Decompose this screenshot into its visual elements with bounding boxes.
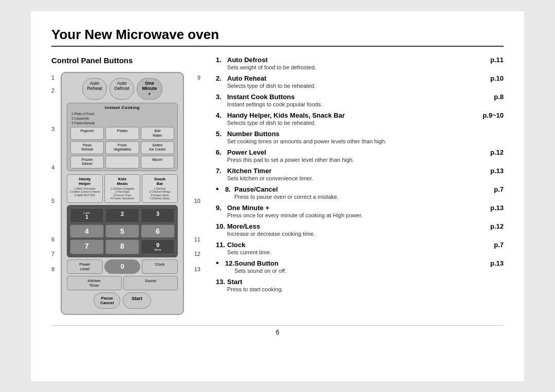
item-8-title: Pause/Cancel (234, 185, 278, 193)
item-8-page: p.7 (494, 185, 504, 193)
label-13: 13 (194, 266, 200, 272)
label-12: 12 (194, 251, 200, 257)
bullet-8: • (216, 184, 224, 194)
item-5-title: Number Buttons (227, 130, 280, 138)
num-3-button[interactable]: 3 (141, 208, 175, 223)
num-pad-grid: Less1 2 3 4 5 6 7 8 9More (70, 208, 175, 254)
power-level-button[interactable]: PowerLevel (67, 259, 103, 274)
num-8-button[interactable]: 8 (105, 239, 139, 254)
item-7-page: p.13 (490, 167, 504, 175)
instant-cook-grid: Popcorn Potato BoilWater PizzaReheat Fre… (70, 127, 174, 168)
ic-soften-ice-cream[interactable]: SoftenIce Cream (141, 141, 174, 154)
label-9: 9 (197, 74, 200, 81)
num-6-button[interactable]: 6 (141, 225, 175, 238)
left-column: Control Panel Buttons 1 2 3 4 5 6 7 8 9 (51, 56, 200, 315)
panel-wrapper: 1 2 3 4 5 6 7 8 9 10 11 12 13 (51, 72, 200, 315)
item-6-title: Power Level (227, 148, 266, 156)
one-minute-button[interactable]: One Minute + (137, 78, 162, 100)
item-6-page: p.12 (490, 148, 504, 156)
item-13-desc: Press to start cooking. (227, 286, 504, 292)
sound-button[interactable]: Sound (123, 276, 178, 290)
clock-button[interactable]: Clock (142, 259, 178, 274)
start-button[interactable]: Start (123, 292, 151, 309)
num-5-button[interactable]: 5 (105, 225, 139, 238)
microwave-panel: Auto Reheat Auto Defrost One Minute + In… (61, 72, 184, 315)
page-footer: 6 (51, 325, 504, 336)
item-11: 11. Clock p.7 Sets current time. (216, 241, 504, 255)
bullet-12: • (216, 258, 224, 268)
item-4-title: Handy Helper, Kids Meals, Snack Bar (227, 111, 345, 119)
item-2-title: Auto Reheat (227, 74, 267, 82)
ic-fresh-veg[interactable]: FreshVegetables (105, 141, 139, 154)
ic-potato[interactable]: Potato (105, 127, 139, 140)
item-3-page: p.8 (494, 93, 504, 101)
item-1-desc: Sets weight of food to be defrosted. (227, 64, 504, 70)
section-title: Control Panel Buttons (51, 56, 200, 65)
item-2: 2. Auto Reheat p.10 Selects type of dish… (216, 74, 504, 89)
item-12: • 12. Sound Button p.13 Sets sound on or… (216, 259, 504, 274)
item-3-title: Instant Cook Buttons (227, 93, 294, 101)
item-5-desc: Set cooking times or amounts and power l… (227, 138, 504, 144)
item-10: 10. More/Less p.12 Increase or decrease … (216, 222, 504, 237)
label-6: 6 (51, 236, 54, 242)
num-4-button[interactable]: 4 (70, 225, 104, 238)
item-7-title: Kitchen Timer (227, 167, 271, 175)
item-9: 9. One Minute + p.13 Press once for ever… (216, 204, 504, 218)
auto-reheat-button[interactable]: Auto Reheat (82, 78, 107, 100)
item-7: 7. Kitchen Timer p.13 Sets kitchen or co… (216, 167, 504, 181)
item-6-desc: Press this pad to set a power level othe… (227, 157, 504, 163)
auto-defrost-button[interactable]: Auto Defrost (109, 78, 134, 100)
item-8: • 8. Pause/Cancel p.7 Press to pause ove… (216, 185, 504, 200)
item-1-title: Auto Defrost (227, 56, 268, 64)
item-6: 6. Power Level p.12 Press this pad to se… (216, 148, 504, 163)
item-3: 3. Instant Cook Buttons p.8 Instant sett… (216, 93, 504, 107)
ic-pizza-reheat[interactable]: PizzaReheat (70, 141, 104, 154)
label-1: 1 (51, 74, 54, 81)
ic-bacon[interactable]: Bacon (141, 156, 174, 169)
number-pad: Less1 2 3 4 5 6 7 8 9More (67, 205, 178, 257)
label-11: 11 (194, 236, 200, 242)
page-number: 6 (276, 329, 280, 336)
item-10-title: More/Less (227, 222, 260, 230)
item-12-title: Sound Button (234, 259, 279, 267)
ic-popcorn[interactable]: Popcorn (70, 127, 104, 140)
right-column: 1. Auto Defrost p.11 Sets weight of food… (216, 56, 504, 315)
page-title: Your New Microwave oven (51, 27, 504, 47)
instant-cooking-list: 1.Plate of Food 2.Casserole 3.Pasta Rehe… (70, 111, 174, 125)
num-9-button[interactable]: 9More (141, 239, 175, 254)
ic-frozen-dinner[interactable]: FrozenDinner (70, 156, 104, 169)
item-12-desc: Sets sound on or off. (234, 268, 504, 274)
snack-bar-button[interactable]: SnackBar 1.Nachos2.Chicken Wings3.Potato… (142, 174, 178, 203)
ic-boil-water[interactable]: BoilWater (141, 127, 174, 140)
bottom-row-1: PowerLevel 0 Clock (67, 259, 178, 274)
pause-cancel-button[interactable]: PauseCancel (94, 292, 120, 309)
item-3-desc: Instant settings to cook popular foods. (227, 101, 504, 107)
main-content: Control Panel Buttons 1 2 3 4 5 6 7 8 9 (51, 56, 504, 315)
item-4-page: p.9~10 (483, 111, 504, 119)
label-4: 4 (51, 164, 54, 171)
item-1-page: p.11 (490, 56, 504, 64)
bottom-row-2: KitchenTimer Sound (67, 276, 178, 290)
ic-empty1 (105, 156, 139, 169)
label-2: 2 (51, 87, 54, 94)
item-13: 13. Start Press to start cooking. (216, 278, 504, 292)
label-7: 7 (51, 251, 54, 257)
item-9-page: p.13 (490, 204, 504, 212)
item-12-page: p.13 (490, 259, 504, 267)
handy-helper-button[interactable]: HandyHelper 1.Melt Chocolate2.Soften Cre… (67, 174, 103, 203)
instant-cooking-section: Instant Cooking 1.Plate of Food 2.Casser… (67, 103, 178, 171)
label-10: 10 (194, 198, 200, 204)
label-8: 8 (51, 266, 54, 272)
num-7-button[interactable]: 7 (70, 239, 104, 254)
item-11-title: Clock (227, 241, 245, 249)
num-1-button[interactable]: Less1 (70, 208, 104, 223)
zero-button[interactable]: 0 (104, 259, 140, 274)
num-2-button[interactable]: 2 (105, 208, 139, 223)
item-13-title: Start (227, 278, 243, 286)
label-5: 5 (51, 198, 54, 204)
kitchen-timer-button[interactable]: KitchenTimer (67, 276, 122, 290)
handy-helper-row: HandyHelper 1.Melt Chocolate2.Soften Cre… (67, 174, 178, 203)
page: Your New Microwave oven Control Panel Bu… (31, 11, 524, 381)
kids-meals-button[interactable]: KidsMeals 1.Chicken Nuggets2.Hot Dogs3.F… (104, 174, 140, 203)
items-list: 1. Auto Defrost p.11 Sets weight of food… (216, 56, 504, 292)
